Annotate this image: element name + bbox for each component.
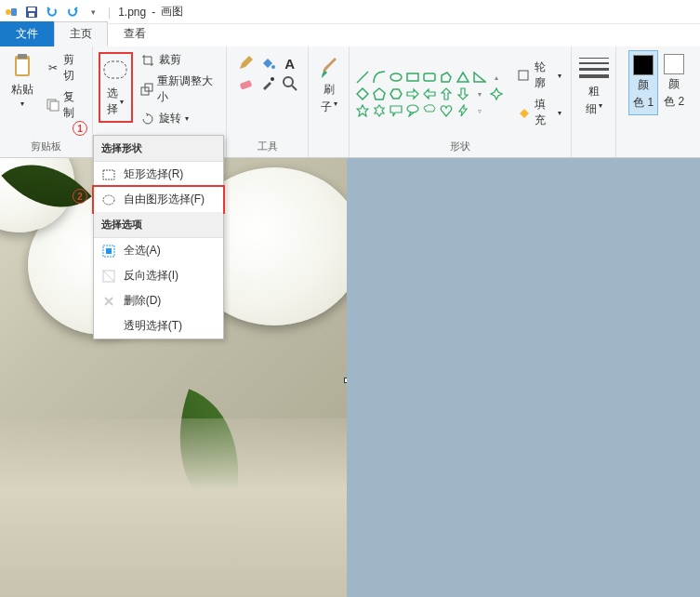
dropdown-delete-label: 删除(D) [124, 293, 162, 309]
group-tools: A 工具 [227, 46, 309, 157]
pencil-icon[interactable] [238, 56, 253, 71]
paste-icon [9, 54, 35, 80]
document-filename: 1.png [118, 6, 146, 19]
rotate-button[interactable]: 旋转 ▾ [137, 109, 220, 128]
color1-label-1: 颜 [638, 78, 649, 91]
canvas-handle-right[interactable] [344, 378, 347, 383]
shape-roundrect-icon[interactable] [422, 70, 437, 85]
shape-callout-cloud-icon[interactable] [422, 103, 437, 118]
thickness-button[interactable]: 粗 细▾ [572, 50, 616, 121]
copy-button[interactable]: 复制 [43, 87, 86, 123]
qat-dropdown-icon[interactable]: ▾ [86, 5, 100, 20]
group-image: 选 择 ▾ 裁剪 重新调整大小 [93, 46, 228, 157]
shape-scroll-up-icon[interactable]: ▴ [489, 70, 504, 85]
color2-label-1: 颜 [668, 77, 680, 90]
color2-label-2: 色 2 [664, 95, 684, 108]
dropdown-delete: 删除(D) [94, 288, 223, 313]
shape-oval-icon[interactable] [389, 70, 403, 85]
shape-arrow-l-icon[interactable] [422, 86, 437, 101]
tab-view[interactable]: 查看 [108, 21, 162, 46]
shape-heart-icon[interactable] [439, 103, 454, 118]
shape-lightning-icon[interactable] [456, 103, 470, 118]
brush-button[interactable]: 刷 子▾ [312, 50, 346, 119]
svg-point-20 [271, 77, 274, 81]
svg-point-18 [271, 65, 275, 69]
shape-line-icon[interactable] [355, 70, 370, 85]
bucket-icon[interactable] [260, 56, 275, 71]
shape-arrow-u-icon[interactable] [439, 86, 454, 101]
paste-button[interactable]: 粘贴 ▾ [6, 50, 39, 112]
shape-gallery-expand-icon[interactable]: ▿ [472, 103, 487, 118]
svg-rect-9 [50, 101, 59, 111]
color2-button[interactable]: 颜 色 2 [660, 50, 688, 113]
freeform-select-icon [101, 192, 116, 207]
dropdown-transparent[interactable]: 透明选择(T) [94, 313, 223, 338]
undo-icon[interactable] [45, 5, 59, 20]
shape-hexagon-icon[interactable] [389, 86, 403, 101]
group-shapes: ▴ ▾ ▿ [350, 46, 572, 157]
app-name: 画图 [161, 4, 183, 20]
svg-rect-3 [28, 7, 35, 11]
magnifier-icon[interactable] [283, 76, 297, 91]
save-icon[interactable] [24, 5, 39, 20]
dropdown-rect-select[interactable]: 矩形选择(R) [94, 162, 223, 187]
annotation-2: 2 [73, 189, 87, 204]
color1-button[interactable]: 颜 色 1 [628, 50, 658, 115]
svg-rect-4 [29, 13, 34, 17]
shape-right-triangle-icon[interactable] [472, 70, 487, 85]
cut-label: 剪切 [63, 52, 83, 84]
brush-label-2: 子 [321, 100, 332, 115]
svg-rect-6 [18, 54, 27, 59]
tab-home[interactable]: 主页 [54, 21, 108, 46]
dropdown-select-all[interactable]: 全选(A) [94, 238, 223, 263]
resize-label: 重新调整大小 [157, 73, 217, 105]
shape-scroll-down-icon[interactable]: ▾ [472, 86, 487, 101]
svg-point-25 [407, 105, 418, 113]
text-icon[interactable]: A [283, 56, 297, 71]
shape-rect-icon[interactable] [405, 70, 420, 85]
shape-curve-icon[interactable] [372, 70, 387, 85]
select-dropdown: 选择形状 矩形选择(R) 自由图形选择(F) 选择选项 [93, 135, 224, 339]
shape-triangle-icon[interactable] [456, 70, 470, 85]
group-thickness: 粗 细▾ [572, 46, 616, 157]
svg-rect-10 [104, 61, 126, 78]
redo-icon[interactable] [65, 5, 80, 20]
fill-button[interactable]: 填充 ▾ [513, 95, 565, 130]
tools-group-label: 工具 [258, 138, 278, 155]
rotate-label: 旋转 [159, 111, 181, 126]
dropdown-free-label: 自由图形选择(F) [124, 192, 205, 207]
shape-diamond-icon[interactable] [355, 86, 370, 101]
svg-point-22 [390, 73, 402, 81]
thickness-icon [575, 54, 613, 82]
svg-rect-13 [103, 170, 114, 179]
rect-select-icon [101, 167, 116, 182]
shape-polygon-icon[interactable] [439, 70, 454, 85]
shape-arrow-r-icon[interactable] [405, 86, 420, 101]
shape-callout-rect-icon[interactable] [389, 103, 403, 118]
color1-label-2: 色 1 [633, 96, 654, 109]
cut-button[interactable]: ✂ 剪切 [43, 50, 86, 86]
shape-callout-oval-icon[interactable] [405, 103, 420, 118]
select-label-2: 择 [107, 101, 118, 117]
eraser-icon[interactable] [238, 76, 253, 91]
resize-button[interactable]: 重新调整大小 [137, 72, 220, 107]
shapes-gallery[interactable]: ▴ ▾ ▿ [355, 70, 504, 118]
dropdown-freeform-select[interactable]: 自由图形选择(F) [94, 187, 223, 212]
shape-pentagon-icon[interactable] [372, 86, 387, 101]
annotation-1: 1 [73, 121, 87, 136]
thickness-label-1: 粗 [588, 85, 600, 98]
shape-star6-icon[interactable] [372, 103, 387, 118]
shape-star5-icon[interactable] [355, 103, 370, 118]
crop-button[interactable]: 裁剪 [137, 50, 220, 70]
color1-swatch [633, 55, 654, 75]
app-icon [4, 5, 19, 20]
svg-rect-24 [424, 73, 435, 81]
tab-file[interactable]: 文件 [0, 21, 54, 46]
select-button[interactable]: 选 择 ▾ [99, 52, 133, 123]
color-picker-icon[interactable] [260, 76, 275, 91]
shape-arrow-d-icon[interactable] [456, 86, 470, 101]
fill-icon [517, 105, 531, 120]
brush-icon [316, 54, 342, 80]
shape-star4-icon[interactable] [489, 86, 504, 101]
outline-button[interactable]: 轮廓 ▾ [513, 58, 565, 93]
